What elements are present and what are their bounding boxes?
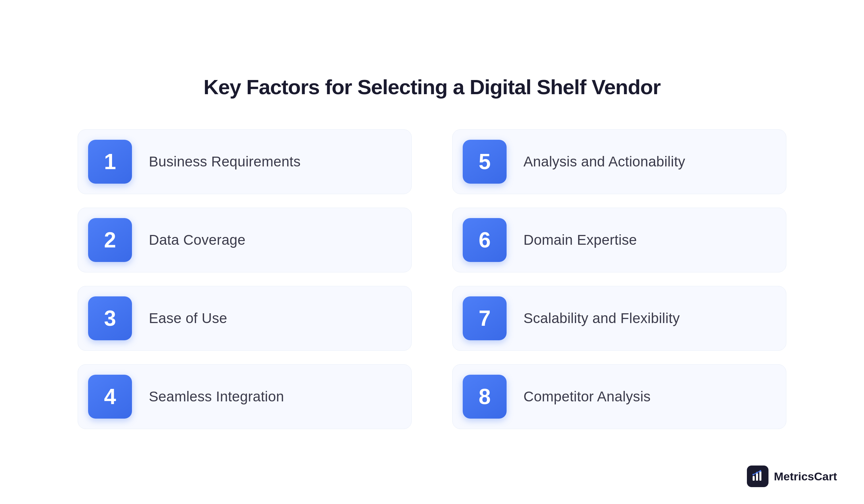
factor-label-5: Analysis and Actionability — [524, 154, 685, 170]
factor-card-6: 6Domain Expertise — [452, 208, 787, 273]
factors-grid: 1Business Requirements5Analysis and Acti… — [77, 129, 787, 429]
factor-card-7: 7Scalability and Flexibility — [452, 286, 787, 351]
brand-logo-icon — [747, 466, 768, 487]
svg-rect-1 — [756, 473, 758, 481]
factor-card-4: 4Seamless Integration — [77, 364, 412, 429]
number-badge-5: 5 — [463, 140, 507, 184]
number-badge-6: 6 — [463, 218, 507, 262]
factor-card-8: 8Competitor Analysis — [452, 364, 787, 429]
number-badge-4: 4 — [88, 375, 132, 419]
svg-rect-0 — [753, 476, 755, 481]
factor-label-6: Domain Expertise — [524, 232, 637, 248]
number-badge-2: 2 — [88, 218, 132, 262]
page-title: Key Factors for Selecting a Digital Shel… — [204, 75, 660, 99]
svg-point-3 — [752, 474, 754, 476]
number-badge-8: 8 — [463, 375, 507, 419]
number-badge-3: 3 — [88, 296, 132, 340]
number-badge-1: 1 — [88, 140, 132, 184]
factor-label-1: Business Requirements — [149, 154, 301, 170]
factor-card-1: 1Business Requirements — [77, 129, 412, 194]
factor-label-2: Data Coverage — [149, 232, 245, 248]
svg-rect-2 — [759, 471, 761, 481]
factor-label-3: Ease of Use — [149, 310, 227, 326]
factor-card-5: 5Analysis and Actionability — [452, 129, 787, 194]
factor-card-3: 3Ease of Use — [77, 286, 412, 351]
svg-point-5 — [759, 470, 761, 472]
factor-label-7: Scalability and Flexibility — [524, 310, 680, 326]
factor-label-8: Competitor Analysis — [524, 388, 651, 405]
factor-label-4: Seamless Integration — [149, 388, 284, 405]
number-badge-7: 7 — [463, 296, 507, 340]
svg-point-4 — [756, 472, 758, 473]
brand-name-text: MetricsCart — [774, 470, 837, 483]
branding-section: MetricsCart — [747, 466, 837, 487]
factor-card-2: 2Data Coverage — [77, 208, 412, 273]
